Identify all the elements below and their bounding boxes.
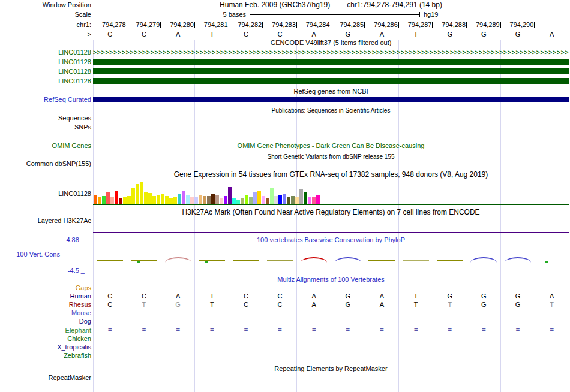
- gtex-expression-bar[interactable]: [274, 196, 278, 204]
- multiz-gap-mark[interactable]: =: [195, 326, 229, 334]
- gtex-expression-bar[interactable]: [131, 188, 135, 204]
- gtex-expression-bar[interactable]: [249, 197, 253, 204]
- multiz-base-letter[interactable]: C: [263, 293, 297, 300]
- track-label-common-dbsnp[interactable]: Common dbSNP(155): [26, 160, 91, 168]
- multiz-base-letter[interactable]: T: [127, 301, 161, 309]
- track-label-snps[interactable]: SNPs: [74, 123, 91, 131]
- gtex-expression-bar[interactable]: [236, 200, 240, 204]
- gtex-expression-bar[interactable]: [182, 191, 185, 204]
- gtex-expression-bar[interactable]: [157, 195, 160, 204]
- gtex-expression-bar[interactable]: [165, 196, 169, 204]
- gtex-expression-bar[interactable]: [106, 192, 110, 204]
- gencode-track-label[interactable]: LINC01128: [58, 58, 91, 66]
- phylop-glyph[interactable]: [469, 256, 498, 264]
- phylop-glyph[interactable]: [367, 256, 396, 264]
- multiz-base-letter[interactable]: G: [467, 293, 501, 300]
- track-label-elephant[interactable]: Elephant: [65, 327, 91, 334]
- gencode-exon-bar[interactable]: [93, 59, 569, 65]
- multiz-gap-mark[interactable]: =: [161, 326, 195, 334]
- refseq-curated-bar[interactable]: [93, 97, 569, 102]
- gtex-expression-bar[interactable]: [232, 198, 236, 204]
- track-label-dog[interactable]: Dog: [79, 318, 91, 325]
- gtex-expression-bar[interactable]: [220, 198, 223, 204]
- gtex-expression-bar[interactable]: [123, 197, 127, 204]
- gtex-expression-bar[interactable]: [148, 193, 152, 204]
- gtex-expression-bar[interactable]: [199, 195, 202, 204]
- multiz-gap-mark[interactable]: =: [331, 326, 365, 334]
- multiz-base-letter[interactable]: T: [433, 301, 467, 309]
- gtex-expression-bar[interactable]: [186, 195, 190, 204]
- multiz-base-letter[interactable]: G: [331, 293, 365, 300]
- multiz-base-letter[interactable]: A: [535, 293, 569, 300]
- multiz-base-letter[interactable]: T: [195, 301, 229, 309]
- track-label-gtex-gene[interactable]: LINC01128: [58, 190, 91, 198]
- gtex-expression-bar[interactable]: [173, 197, 177, 204]
- gtex-expression-bar[interactable]: [287, 197, 290, 204]
- multiz-base-letter[interactable]: G: [331, 301, 365, 309]
- gtex-expression-bar[interactable]: [299, 189, 303, 204]
- gtex-expression-bar[interactable]: [304, 192, 307, 204]
- phylop-glyph[interactable]: [299, 256, 328, 264]
- multiz-gap-mark[interactable]: =: [535, 326, 569, 334]
- gtex-expression-bar[interactable]: [262, 196, 265, 204]
- multiz-base-letter[interactable]: C: [229, 301, 263, 309]
- multiz-base-letter[interactable]: A: [365, 293, 399, 300]
- phylop-glyph[interactable]: [164, 256, 193, 264]
- gtex-expression-bar[interactable]: [119, 198, 122, 204]
- gtex-expression-bar[interactable]: [203, 196, 206, 204]
- gtex-expression-bar[interactable]: [291, 196, 295, 204]
- gtex-expression-bar[interactable]: [140, 182, 143, 204]
- track-label-sequences[interactable]: Sequences: [58, 114, 91, 122]
- gtex-expression-bar[interactable]: [178, 194, 181, 204]
- multiz-gap-mark[interactable]: =: [229, 326, 263, 334]
- gtex-expression-bar[interactable]: [312, 197, 316, 204]
- multiz-base-letter[interactable]: C: [263, 301, 297, 309]
- gtex-expression-bar[interactable]: [316, 195, 320, 204]
- multiz-base-letter[interactable]: C: [229, 293, 263, 300]
- multiz-gap-mark[interactable]: =: [467, 326, 501, 334]
- gtex-expression-bar[interactable]: [110, 197, 114, 204]
- gtex-expression-bar[interactable]: [102, 196, 106, 204]
- multiz-base-letter[interactable]: G: [161, 301, 195, 309]
- phylop-glyph[interactable]: [95, 256, 124, 264]
- track-label-layered-h3k27ac[interactable]: Layered H3K27Ac: [38, 217, 91, 225]
- gtex-expression-bar[interactable]: [295, 197, 299, 204]
- gtex-expression-bar[interactable]: [169, 198, 173, 204]
- phylop-glyph[interactable]: [130, 256, 158, 264]
- multiz-base-letter[interactable]: T: [399, 293, 433, 300]
- gtex-expression-bar[interactable]: [190, 197, 194, 204]
- phylop-glyph[interactable]: [197, 256, 226, 264]
- phylop-glyph[interactable]: [232, 256, 260, 264]
- gtex-expression-bar[interactable]: [207, 196, 211, 204]
- gtex-expression-bar[interactable]: [283, 194, 286, 204]
- gtex-expression-bar[interactable]: [245, 195, 248, 204]
- multiz-gap-mark[interactable]: =: [365, 326, 399, 334]
- multiz-base-letter[interactable]: G: [433, 293, 467, 300]
- gtex-expression-bar[interactable]: [224, 196, 227, 204]
- gtex-expression-bar[interactable]: [278, 195, 282, 204]
- track-label-omim-genes[interactable]: OMIM Genes: [52, 142, 91, 150]
- gencode-exon-bar[interactable]: [93, 68, 569, 74]
- track-label-refseq-curated[interactable]: RefSeq Curated: [44, 96, 91, 104]
- phylop-glyph[interactable]: [538, 256, 566, 264]
- multiz-base-letter[interactable]: T: [399, 301, 433, 309]
- track-label-x-tropicalis[interactable]: X_tropicalis: [57, 343, 91, 351]
- gtex-expression-bar[interactable]: [144, 192, 148, 204]
- gtex-expression-bar[interactable]: [94, 195, 97, 204]
- multiz-gap-mark[interactable]: =: [399, 326, 433, 334]
- phylop-glyph[interactable]: [436, 256, 464, 264]
- multiz-base-letter[interactable]: A: [297, 301, 331, 309]
- multiz-base-letter[interactable]: G: [467, 301, 501, 309]
- gtex-expression-bar[interactable]: [215, 195, 219, 204]
- gtex-expression-bar[interactable]: [115, 191, 118, 204]
- gencode-transcript-arrows[interactable]: >>>>>>>>>>>>>>>>>>>>>>>>>>>>>>>>>>>>>>>>…: [93, 49, 569, 56]
- multiz-gap-mark[interactable]: =: [263, 326, 297, 334]
- multiz-base-letter[interactable]: A: [365, 301, 399, 309]
- multiz-base-letter[interactable]: C: [127, 293, 161, 300]
- phylop-glyph[interactable]: [401, 256, 430, 264]
- gtex-expression-bar[interactable]: [266, 198, 269, 204]
- gencode-track-label[interactable]: LINC01128: [58, 49, 91, 56]
- multiz-gap-mark[interactable]: =: [433, 326, 467, 334]
- multiz-base-letter[interactable]: A: [297, 293, 331, 300]
- phylop-glyph[interactable]: [334, 256, 362, 264]
